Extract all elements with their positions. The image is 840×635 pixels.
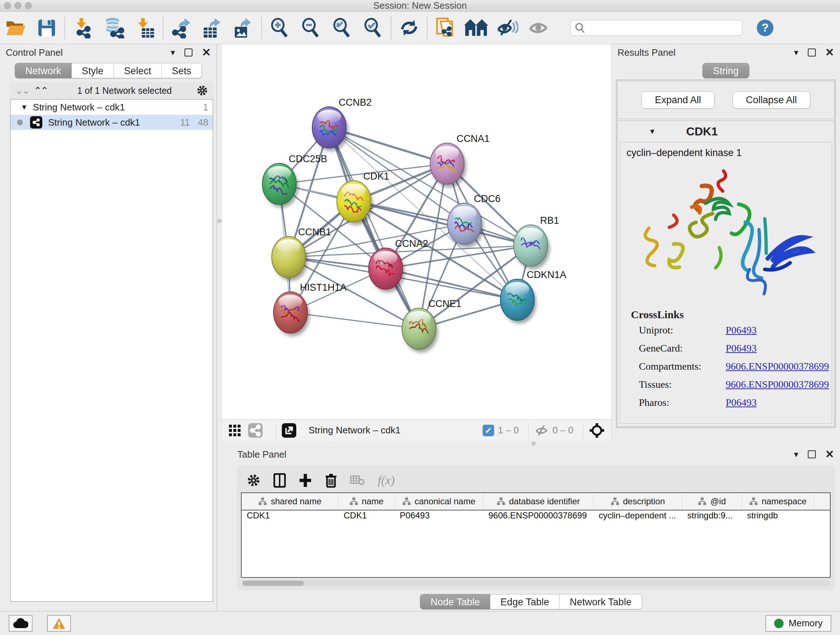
- collapse-all-networks-icon[interactable]: ⌃⌃: [34, 85, 48, 96]
- export-table-icon[interactable]: [197, 15, 228, 41]
- show-hide-graphics-details-icon[interactable]: [492, 15, 523, 41]
- network-row[interactable]: String Network – cdk1 11 48: [11, 115, 213, 130]
- zoom-in-icon[interactable]: [264, 15, 295, 41]
- crosslink-link[interactable]: P06493: [726, 397, 757, 409]
- search-input[interactable]: [589, 22, 737, 33]
- panel-menu-icon[interactable]: ▾: [794, 48, 798, 57]
- warnings-button[interactable]: [47, 615, 71, 632]
- network-node[interactable]: HIST1H1A: [273, 282, 347, 336]
- column-header[interactable]: shared name: [242, 493, 339, 510]
- panel-float-icon[interactable]: [808, 450, 816, 458]
- import-network-file-icon[interactable]: [67, 15, 98, 41]
- panel-menu-icon[interactable]: ▾: [794, 450, 798, 459]
- apply-layout-icon[interactable]: [393, 15, 425, 41]
- panel-float-icon[interactable]: [808, 49, 816, 57]
- export-image-icon[interactable]: [228, 15, 259, 41]
- horizontal-splitter[interactable]: [222, 441, 840, 446]
- network-graph[interactable]: CCNB2CCNA1CDC25BCDK1CDC6RB1CCNB1CCNA2CDK…: [222, 44, 607, 419]
- network-node[interactable]: CCNE1: [402, 298, 462, 353]
- node-label: CCNA2: [395, 238, 428, 249]
- network-node[interactable]: CDKN1A: [500, 269, 567, 324]
- vertical-splitter-left[interactable]: [217, 44, 222, 611]
- column-header[interactable]: namespace: [742, 493, 814, 510]
- open-session-icon[interactable]: [0, 15, 31, 41]
- network-node[interactable]: CDC25B: [262, 154, 327, 208]
- panel-close-icon[interactable]: ✕: [825, 449, 834, 460]
- panel-menu-icon[interactable]: ▾: [171, 48, 175, 57]
- import-table-file-icon[interactable]: [129, 15, 161, 41]
- show-hide-overview-icon[interactable]: [461, 15, 492, 41]
- import-network-database-icon[interactable]: [98, 15, 129, 41]
- network-collection-row[interactable]: ▼ String Network – cdk1 1: [11, 100, 213, 115]
- column-header[interactable]: name: [339, 493, 395, 510]
- panel-close-icon[interactable]: ✕: [202, 47, 211, 58]
- column-header[interactable]: @id: [682, 493, 742, 510]
- network-node[interactable]: CCNB1: [272, 226, 332, 281]
- scrollbar-thumb[interactable]: [242, 581, 304, 586]
- crosslink-link[interactable]: 9606.ENSP00000378699: [726, 379, 829, 390]
- expand-all-networks-icon[interactable]: ⌄⌄: [15, 85, 29, 96]
- delete-table-icon[interactable]: [350, 475, 365, 486]
- column-header-label: database identifier: [509, 496, 580, 507]
- network-node[interactable]: CCNB2: [312, 97, 372, 151]
- help-button[interactable]: ?: [757, 19, 774, 36]
- add-column-icon[interactable]: [299, 473, 312, 488]
- column-header[interactable]: canonical name: [395, 493, 483, 510]
- column-header[interactable]: description: [594, 493, 682, 510]
- tab-select[interactable]: Select: [114, 63, 162, 78]
- panel-float-icon[interactable]: [185, 49, 193, 57]
- table-cell: CDK1: [339, 510, 395, 521]
- hidden-eye-icon[interactable]: [534, 425, 549, 436]
- collapse-all-button[interactable]: Collapse All: [733, 91, 810, 109]
- save-session-icon[interactable]: [31, 15, 62, 41]
- zoom-fit-icon[interactable]: [326, 15, 357, 41]
- grid-view-icon[interactable]: [229, 424, 241, 437]
- zoom-selected-icon[interactable]: [357, 15, 388, 41]
- column-header[interactable]: database identifier: [483, 493, 594, 510]
- birds-eye-view-icon[interactable]: [282, 423, 296, 438]
- splitter-handle[interactable]: [218, 219, 222, 223]
- tab-style[interactable]: Style: [72, 63, 114, 78]
- export-network-icon[interactable]: [166, 15, 197, 41]
- crosslink-link[interactable]: P06493: [726, 325, 757, 336]
- selected-checkbox-icon[interactable]: ✓: [483, 424, 494, 436]
- show-columns-icon[interactable]: [273, 473, 286, 488]
- tab-edge-table[interactable]: Edge Table: [490, 594, 560, 609]
- fit-selected-crosshair-icon[interactable]: [589, 423, 605, 439]
- warning-icon: [52, 617, 66, 630]
- zoom-out-icon[interactable]: [295, 15, 326, 41]
- table-row[interactable]: CDK1CDK1P064939606.ENSP00000378699cyclin…: [242, 510, 830, 521]
- tab-network-table[interactable]: Network Table: [560, 594, 642, 609]
- network-edge[interactable]: [386, 269, 517, 300]
- memory-button[interactable]: Memory: [766, 615, 831, 632]
- expand-all-button[interactable]: Expand All: [641, 91, 714, 109]
- network-canvas[interactable]: CCNB2CCNA1CDC25BCDK1CDC6RB1CCNB1CCNA2CDK…: [222, 44, 611, 419]
- splitter-handle[interactable]: [531, 441, 536, 446]
- network-node[interactable]: CCNA1: [430, 133, 490, 187]
- network-share-view-icon[interactable]: [248, 423, 263, 438]
- network-edge[interactable]: [291, 312, 419, 329]
- cloud-status-button[interactable]: [9, 615, 33, 632]
- protein-name: CDK1: [686, 125, 718, 138]
- search-icon: [575, 22, 585, 33]
- panel-close-icon[interactable]: ✕: [825, 47, 834, 58]
- tab-sets[interactable]: Sets: [162, 63, 202, 78]
- protein-expander-icon[interactable]: ▼: [649, 127, 656, 136]
- network-edge[interactable]: [329, 127, 419, 329]
- network-node[interactable]: RB1: [514, 215, 559, 269]
- clone-network-icon[interactable]: [430, 15, 461, 41]
- search-box[interactable]: [570, 20, 742, 36]
- crosslink-link[interactable]: P06493: [726, 342, 757, 354]
- network-options-gear-icon[interactable]: [196, 85, 208, 96]
- tab-string[interactable]: String: [703, 63, 749, 78]
- collection-expander-icon[interactable]: ▼: [21, 103, 28, 111]
- tab-node-table[interactable]: Node Table: [420, 594, 490, 609]
- table-horizontal-scrollbar[interactable]: [241, 580, 831, 586]
- function-builder-icon[interactable]: f(x): [378, 473, 395, 487]
- eye-icon[interactable]: [523, 15, 554, 41]
- delete-column-trash-icon[interactable]: [325, 473, 337, 488]
- memory-label: Memory: [789, 618, 823, 629]
- tab-network[interactable]: Network: [15, 63, 72, 78]
- table-settings-gear-icon[interactable]: [247, 473, 261, 487]
- crosslink-link[interactable]: 9606.ENSP00000378699: [726, 361, 829, 372]
